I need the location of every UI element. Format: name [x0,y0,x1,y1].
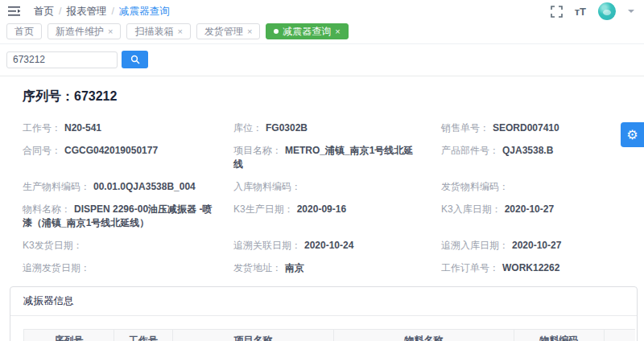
field-label: K3发货日期： [23,240,83,251]
field-value: 南京 [285,262,304,273]
field-ship-material-code: 发货物料编码： [441,180,636,194]
active-dot-icon [274,29,279,34]
field-label: 项目名称： [233,145,282,156]
field-value: FG0302B [266,122,308,134]
damper-table-viewport: 序列号 工作号 项目名称 物料名称 物料编码 销售单号 673212 [23,329,635,341]
breadcrumb: 首页 / 报表管理 / 减震器查询 [34,5,169,18]
page-title: 序列号：673212 [0,76,644,105]
field-prod-material-code: 生产物料编码：00.01.0QJA3538B_004 [23,180,233,194]
card-title: 减振器信息 [10,287,637,316]
col-sales-order: 销售单号 [605,330,636,341]
field-trace-inbound-date: 追溯入库日期：2020-10-27 [441,239,636,253]
field-sales-order: 销售单号：SEORD007410 [441,121,636,135]
search-button[interactable] [122,51,148,68]
col-serial-no: 序列号 [24,330,114,341]
field-label: 销售单号： [441,122,489,134]
damper-info-card: 减振器信息 序列号 工作号 项目名称 物料名称 [10,286,638,341]
field-warehouse-loc: 库位：FG0302B [233,121,441,135]
breadcrumb-home[interactable]: 首页 [34,5,54,18]
main-content: 序列号：673212 工作号：N20-541 库位：FG0302B 销售单号：S… [0,44,644,341]
close-icon[interactable]: × [177,27,182,36]
close-icon[interactable]: × [108,27,113,36]
field-k3-inbound-date: K3入库日期：2020-10-27 [441,203,636,230]
field-value: 00.01.0QJA3538B_004 [93,181,196,192]
tab-label: 新造件维护 [56,25,104,39]
field-k3-ship-date: K3发货日期： [23,239,233,253]
field-label: 追溯入库日期： [441,240,509,251]
detail-fields: 工作号：N20-541 库位：FG0302B 销售单号：SEORD007410 … [0,105,644,285]
breadcrumb-current: 减震器查询 [119,5,170,18]
field-project-name: 项目名称：METRO_浦镇_南京1号线北延线 [233,144,441,171]
field-material-name: 物料名称：DISPEN 2296-00油压减振器 -喷漆（浦镇_南京1号线北延线… [23,203,233,230]
field-label: 物料名称： [23,203,71,215]
field-trace-link-date: 追溯关联日期：2020-10-24 [233,239,441,253]
field-label: 发货地址： [233,262,282,273]
col-material-name: 物料名称 [334,330,514,341]
gear-icon: ⚙ [626,127,638,142]
close-icon[interactable]: × [247,27,252,36]
field-value: SEORD007410 [493,122,559,134]
tab-new-part-maintenance[interactable]: 新造件维护 × [47,23,121,39]
field-value: 2020-10-27 [512,240,561,251]
open-tabs-bar: 首页 新造件维护 × 扫描装箱 × 发货管理 × 减震器查询 × [0,23,644,44]
breadcrumb-separator: / [111,6,114,17]
tab-scan-packing[interactable]: 扫描装箱 × [126,23,190,39]
navbar-tools: тT [551,2,634,20]
settings-gear-button[interactable]: ⚙ [621,122,644,147]
breadcrumb-separator: / [59,6,61,17]
search-row [0,44,644,76]
fullscreen-icon[interactable] [551,6,563,18]
field-value: 2020-10-24 [304,240,353,251]
tab-label: 扫描装箱 [134,25,173,39]
tab-damper-query-active[interactable]: 减震器查询 × [266,23,348,39]
field-label: 生产物料编码： [23,181,90,192]
damper-table: 序列号 工作号 项目名称 物料名称 物料编码 销售单号 673212 [23,329,635,341]
field-value: QJA3538.B [502,145,553,156]
field-value: 2020-10-27 [505,203,554,215]
tab-shipping-mgmt[interactable]: 发货管理 × [196,23,260,39]
field-label: K3生产日期： [233,203,294,215]
field-label: 产品部件号： [441,145,499,156]
top-navbar: 首页 / 报表管理 / 减震器查询 тT [0,0,644,23]
field-work-no: 工作号：N20-541 [23,121,233,135]
search-icon [130,55,140,64]
field-label: 合同号： [23,145,61,156]
card-body: 序列号 工作号 项目名称 物料名称 物料编码 销售单号 673212 [10,316,637,341]
tab-home[interactable]: 首页 [6,23,42,39]
breadcrumb-report-mgmt[interactable]: 报表管理 [66,5,106,18]
field-label: 发货物料编码： [441,181,509,192]
serial-value: 673212 [74,89,117,103]
user-avatar[interactable] [598,2,616,20]
col-work-no: 工作号 [114,330,173,341]
field-label: 追溯关联日期： [233,240,301,251]
table-header-row: 序列号 工作号 项目名称 物料名称 物料编码 销售单号 [24,330,636,341]
col-project-name: 项目名称 [173,330,334,341]
user-menu-caret-icon[interactable] [628,10,634,16]
field-value: 2020-09-16 [297,203,346,215]
field-product-part-no: 产品部件号：QJA3538.B [441,144,636,171]
field-trace-ship-date: 追溯发货日期： [23,261,233,275]
tab-label: 首页 [14,25,34,39]
field-value: N20-541 [64,122,101,134]
field-label: 工作订单号： [441,262,499,273]
serial-search-input[interactable] [6,51,118,68]
font-size-icon[interactable]: тT [575,6,586,18]
field-label: 入库物料编码： [233,181,301,192]
app-window: 首页 / 报表管理 / 减震器查询 тT 首页 新造件维护 × 扫描装箱 [0,0,644,341]
serial-label: 序列号： [23,89,74,103]
field-label: 库位： [233,122,262,134]
field-label: 工作号： [23,122,61,134]
field-work-order-no: 工作订单号：WORK12262 [441,261,636,275]
field-value: CGCG042019050177 [64,145,158,156]
close-icon[interactable]: × [335,27,340,36]
field-contract-no: 合同号：CGCG042019050177 [23,144,233,171]
tab-label: 减震器查询 [283,25,331,39]
tab-label: 发货管理 [204,25,243,39]
field-value: WORK12262 [502,262,559,273]
col-material-code: 物料编码 [514,330,605,341]
field-label: K3入库日期： [441,203,502,215]
field-inbound-material-code: 入库物料编码： [233,180,441,194]
menu-fold-icon[interactable] [8,6,21,17]
field-label: 追溯发货日期： [23,262,90,273]
field-ship-address: 发货地址：南京 [233,261,441,275]
